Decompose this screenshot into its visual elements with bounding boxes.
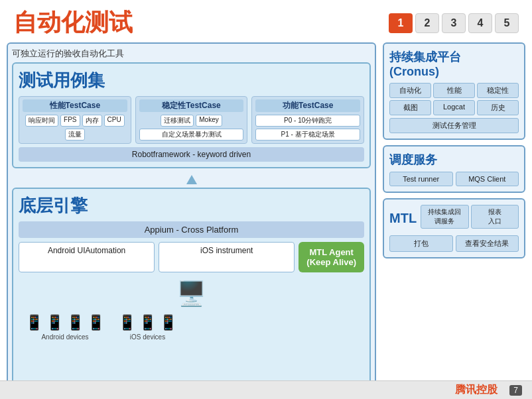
mtl-package: 打包 xyxy=(389,235,453,252)
ci-grid: 自动化 性能 稳定性 截图 Logcat 历史 xyxy=(389,83,519,115)
dispatch-mqs-client: MQS Client xyxy=(456,172,519,186)
footer: 腾讯控股 7 xyxy=(0,380,532,399)
android-devices-group: 📱 📱 📱 📱 Android devices xyxy=(25,314,105,341)
ci-cell-performance: 性能 xyxy=(433,83,475,98)
ci-cell-stability: 稳定性 xyxy=(477,83,519,98)
mtl-sub-grid: 持续集成回调服务 报表入口 xyxy=(421,205,519,229)
android-phone-1: 📱 xyxy=(25,314,43,331)
mtl-header: MTL 持续集成回调服务 报表入口 xyxy=(389,205,519,231)
ci-title-text: 持续集成平台(Cronus) xyxy=(389,50,461,78)
tag-custom: 自定义场景暴力测试 xyxy=(139,129,244,141)
mtl-check-security: 查看安全结果 xyxy=(456,235,519,252)
stab-tags: 迁移测试 Mokey 自定义场景暴力测试 xyxy=(139,115,244,141)
ios-devices-group: 📱 📱 📱 iOS devices xyxy=(118,314,177,341)
ios-device-icons: 📱 📱 📱 xyxy=(118,314,177,331)
func-tags: P0 - 10分钟跑完 P1 - 基于稳定场景 xyxy=(255,115,360,141)
android-phone-4: 📱 xyxy=(87,314,105,331)
tag-migrate: 迁移测试 xyxy=(161,115,194,127)
page-title: 自动化测试 xyxy=(13,7,133,39)
robotframework-bar: Robotframework - keyword driven xyxy=(19,147,364,162)
dispatch-title: 调度服务 xyxy=(389,152,519,168)
tag-p1: P1 - 基于稳定场景 xyxy=(255,129,360,141)
ci-cell-history: 历史 xyxy=(477,100,519,115)
mtl-box: MTL 持续集成回调服务 报表入口 打包 查看安全结果 xyxy=(383,198,525,258)
test-cases-row: 性能TestCase 响应时间 FPS 内存 CPU 流量 稳定性TestCas… xyxy=(19,96,364,144)
tag-cpu: CPU xyxy=(104,115,125,127)
tab-3[interactable]: 3 xyxy=(442,13,466,33)
ios-phone-1: 📱 xyxy=(118,314,136,331)
engine-title: 底层引擎 xyxy=(19,194,364,217)
header: 自动化测试 1 2 3 4 5 xyxy=(0,0,532,42)
stab-testcase-col: 稳定性TestCase 迁移测试 Mokey 自定义场景暴力测试 xyxy=(135,96,248,144)
mtl-bottom-row: 打包 查看安全结果 xyxy=(389,235,519,252)
appium-bar: Appium - Cross Platform xyxy=(19,221,364,238)
platform-row: Android UIAutomation iOS instrument MTL … xyxy=(19,242,364,272)
mtl-agent-label: MTL Agent(Keep Alive) xyxy=(306,247,356,267)
tag-response: 响应时间 xyxy=(25,115,58,127)
ci-cell-logcat: Logcat xyxy=(433,100,475,115)
devices-row: 📱 📱 📱 📱 Android devices 📱 📱 📱 xyxy=(19,311,364,341)
android-phone-3: 📱 xyxy=(66,314,84,331)
android-device-icons: 📱 📱 📱 📱 xyxy=(25,314,105,331)
server-icon: 🖥️ xyxy=(19,280,364,308)
right-panel: 持续集成平台(Cronus) 自动化 性能 稳定性 截图 Logcat 历史 测… xyxy=(383,42,525,390)
ci-title: 持续集成平台(Cronus) xyxy=(389,49,519,79)
func-testcase-title: 功能TestCase xyxy=(255,99,360,112)
dispatch-row: Test runner MQS Client xyxy=(389,172,519,186)
arrow-connector xyxy=(12,174,371,186)
arrow-up-icon xyxy=(186,175,197,184)
outer-box-label: 可独立运行的验收自动化工具 xyxy=(12,48,371,60)
mtl-cell-ci: 持续集成回调服务 xyxy=(421,205,468,229)
mtl-title: MTL xyxy=(389,211,417,226)
tab-5[interactable]: 5 xyxy=(495,13,519,33)
engine-box: 底层引擎 Appium - Cross Platform Android UIA… xyxy=(12,188,371,385)
tab-bar: 1 2 3 4 5 xyxy=(389,13,519,33)
ci-cell-automation: 自动化 xyxy=(389,83,431,98)
ci-cell-screenshot: 截图 xyxy=(389,100,431,115)
tag-flow: 流量 xyxy=(65,129,85,141)
android-phone-2: 📱 xyxy=(46,314,64,331)
ios-platform: iOS instrument xyxy=(159,242,295,272)
tag-fps: FPS xyxy=(60,115,80,127)
func-testcase-col: 功能TestCase P0 - 10分钟跑完 P1 - 基于稳定场景 xyxy=(251,96,364,144)
tag-memory: 内存 xyxy=(82,115,102,127)
outer-tool-box: 可独立运行的验收自动化工具 测试用例集 性能TestCase 响应时间 FPS … xyxy=(7,42,376,390)
stab-testcase-title: 稳定性TestCase xyxy=(139,99,244,112)
perf-testcase-title: 性能TestCase xyxy=(23,99,127,112)
dispatch-box: 调度服务 Test runner MQS Client xyxy=(383,145,525,193)
dispatch-test-runner: Test runner xyxy=(389,172,453,186)
tab-4[interactable]: 4 xyxy=(468,13,492,33)
mtl-cell-report: 报表入口 xyxy=(471,205,519,229)
tag-mokey: Mokey xyxy=(196,115,222,127)
ios-phone-2: 📱 xyxy=(139,314,157,331)
perf-testcase-col: 性能TestCase 响应时间 FPS 内存 CPU 流量 xyxy=(19,96,131,144)
page-number: 7 xyxy=(509,385,522,396)
tab-2[interactable]: 2 xyxy=(415,13,439,33)
ci-box: 持续集成平台(Cronus) 自动化 性能 稳定性 截图 Logcat 历史 测… xyxy=(383,42,525,140)
footer-logo: 腾讯控股 xyxy=(455,383,498,397)
android-platform: Android UIAutomation xyxy=(19,242,155,272)
ios-devices-label: iOS devices xyxy=(130,333,165,341)
main-content: 可独立运行的验收自动化工具 测试用例集 性能TestCase 响应时间 FPS … xyxy=(0,42,532,394)
tag-p0: P0 - 10分钟跑完 xyxy=(255,115,360,127)
perf-tags: 响应时间 FPS 内存 CPU 流量 xyxy=(23,115,127,141)
left-panel: 可独立运行的验收自动化工具 测试用例集 性能TestCase 响应时间 FPS … xyxy=(7,42,376,390)
android-devices-label: Android devices xyxy=(41,333,88,341)
ci-task-management: 测试任务管理 xyxy=(389,118,519,133)
test-cases-box: 测试用例集 性能TestCase 响应时间 FPS 内存 CPU 流量 xyxy=(12,62,371,168)
tab-1[interactable]: 1 xyxy=(389,13,413,33)
ios-phone-3: 📱 xyxy=(159,314,177,331)
test-cases-title: 测试用例集 xyxy=(19,69,364,92)
mtl-agent-box: MTL Agent(Keep Alive) xyxy=(299,242,364,272)
